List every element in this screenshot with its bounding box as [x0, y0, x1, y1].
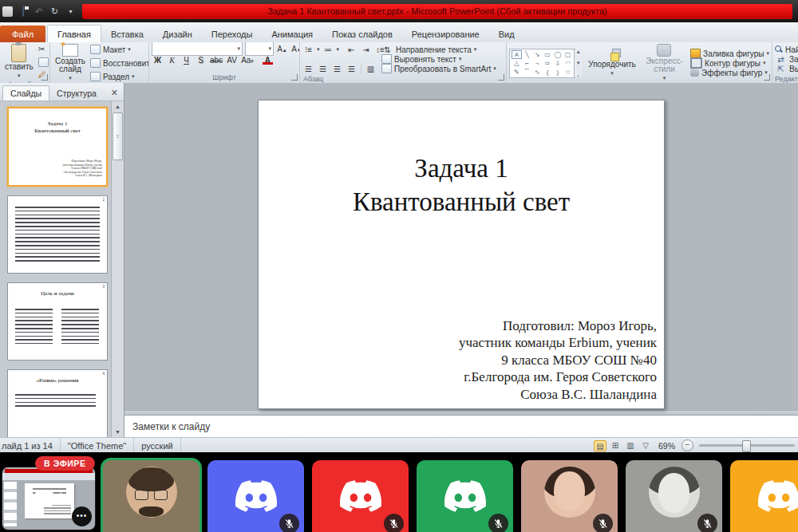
shape-fill-button[interactable]: Заливка фигуры▾	[690, 49, 769, 58]
quick-styles-button[interactable]: Экспресс-стили ▾	[641, 44, 688, 82]
arrange-button[interactable]: Упорядочить ▾	[586, 49, 638, 77]
slide-canvas[interactable]: Задача 1 Квантованный свет Подготовил: М…	[124, 83, 798, 410]
bullets-icon[interactable]: ⁝≡	[302, 45, 314, 54]
scrollbar-thumb[interactable]: ≡	[113, 112, 123, 160]
zoom-out-icon[interactable]: −	[681, 439, 693, 451]
participant-tile[interactable]	[521, 460, 618, 532]
cut-icon[interactable]: ✂	[38, 45, 49, 53]
copy-icon[interactable]	[38, 57, 49, 67]
normal-view-icon[interactable]: ▤	[594, 440, 606, 451]
zoom-level[interactable]: 69%	[654, 441, 679, 451]
text-direction-button[interactable]: ⇅Направление текста▾	[381, 45, 504, 54]
panel-tab-slides[interactable]: Слайды	[2, 85, 49, 100]
qat-dropdown-icon[interactable]: ▾	[65, 6, 77, 18]
participant-tile[interactable]	[626, 460, 722, 532]
decrease-indent-icon[interactable]: ⇤	[346, 45, 358, 54]
align-text-button[interactable]: Выровнять текст▾	[381, 54, 504, 64]
reading-view-icon[interactable]: ▥	[624, 440, 637, 451]
curve-shape-icon[interactable]: ⌒	[522, 68, 532, 77]
arc-shape-icon[interactable]: ◠	[563, 59, 573, 68]
slide-title[interactable]: Задача 1 Квантованный свет	[259, 152, 664, 219]
dialog-launcher-icon[interactable]	[41, 74, 48, 81]
slideshow-view-icon[interactable]: ▽	[639, 440, 652, 451]
right-arrow-shape-icon[interactable]: ⇨	[543, 59, 553, 68]
panel-scrollbar[interactable]: ▲ ≡ ▼	[111, 101, 124, 437]
tab-home[interactable]: Главная	[47, 25, 101, 42]
textbox-shape-icon[interactable]: A	[512, 50, 522, 59]
dialog-launcher-icon[interactable]	[764, 74, 770, 81]
app-icon[interactable]	[2, 6, 13, 17]
screen-share-preview-tile[interactable]: •••	[2, 467, 96, 530]
triangle-shape-icon[interactable]: △	[512, 59, 522, 68]
bold-button[interactable]: Ж	[152, 56, 164, 65]
notes-pane[interactable]: Заметки к слайду	[124, 415, 798, 437]
elbow-arrow-shape-icon[interactable]: ¬	[532, 59, 543, 68]
font-color-button[interactable]: A	[262, 56, 274, 65]
find-button[interactable]: Най	[775, 45, 798, 54]
section-button[interactable]: Раздел▾	[90, 72, 149, 81]
slide-thumbnail-1[interactable]: Задача 1 Квантованный свет Подготовил: М…	[7, 107, 108, 187]
arrow-shape-icon[interactable]: ↘	[532, 50, 543, 59]
oval-shape-icon[interactable]: ◯	[553, 50, 563, 59]
slide-thumbnail-3[interactable]: 3 Цель и задачи	[7, 282, 108, 361]
justify-icon[interactable]: ☰	[346, 65, 358, 73]
scroll-down-icon[interactable]: ▼	[115, 427, 120, 437]
layout-button[interactable]: Макет▾	[90, 45, 149, 54]
tab-review[interactable]: Рецензирование	[402, 26, 489, 42]
participant-tile[interactable]	[103, 460, 200, 532]
elbow-shape-icon[interactable]: ⌐	[522, 59, 532, 68]
zoom-slider-thumb[interactable]	[742, 440, 751, 452]
align-left-icon[interactable]: ☰	[302, 65, 314, 73]
shapes-scroll[interactable]: ▲▼⌄	[574, 49, 582, 77]
shadow-button[interactable]: S	[195, 56, 207, 65]
freeform-shape-icon[interactable]: ✎	[512, 68, 522, 77]
scribble-shape-icon[interactable]: ∿	[532, 68, 543, 77]
italic-button[interactable]: К	[166, 56, 178, 65]
participant-tile[interactable]	[730, 460, 798, 532]
tab-design[interactable]: Дизайн	[153, 26, 202, 42]
align-center-icon[interactable]: ☰	[317, 65, 329, 73]
line-shape-icon[interactable]: ╲	[522, 50, 532, 59]
slide-byline[interactable]: Подготовил: Мороз Игорь, участник команд…	[459, 317, 657, 404]
shape-effects-button[interactable]: Эффекты фигур▾	[690, 68, 769, 77]
save-icon[interactable]	[17, 6, 29, 18]
tab-file[interactable]: Файл	[0, 26, 45, 42]
slide-sorter-view-icon[interactable]: ⊞	[609, 440, 622, 451]
replace-button[interactable]: ⇄Зам	[775, 54, 798, 64]
scroll-up-icon[interactable]: ▲	[115, 101, 120, 112]
new-slide-button[interactable]: Создать слайд ▾	[53, 44, 88, 82]
paste-button[interactable]: ставить ▾	[2, 44, 36, 80]
left-brace-shape-icon[interactable]: {	[543, 68, 553, 77]
strikethrough-button[interactable]: abc	[209, 56, 223, 65]
change-case-button[interactable]: Aa▾	[240, 56, 255, 65]
numbering-icon[interactable]: ≔	[322, 45, 334, 54]
character-spacing-button[interactable]: AV	[226, 56, 238, 65]
dialog-launcher-icon[interactable]	[498, 74, 504, 81]
participant-tile[interactable]	[312, 460, 409, 532]
slide-thumbnail-4[interactable]: 4 «Рамки» решения	[7, 369, 108, 437]
participant-tile[interactable]	[417, 460, 513, 532]
slide[interactable]: Задача 1 Квантованный свет Подготовил: М…	[258, 100, 665, 409]
panel-close-icon[interactable]: ✕	[105, 88, 124, 100]
language-indicator[interactable]: русский	[134, 438, 180, 453]
tab-transitions[interactable]: Переходы	[202, 26, 263, 42]
tab-view[interactable]: Вид	[489, 26, 524, 42]
underline-button[interactable]: Ч	[180, 56, 192, 65]
redo-icon[interactable]: ↻	[49, 6, 61, 18]
rectangle-shape-icon[interactable]: ▭	[543, 50, 553, 59]
select-button[interactable]: ⇱Выд	[775, 64, 798, 73]
tab-slideshow[interactable]: Показ слайдов	[322, 26, 402, 42]
tab-animations[interactable]: Анимация	[262, 26, 322, 42]
grow-font-icon[interactable]: A▲	[276, 45, 288, 53]
reset-button[interactable]: Восстановить	[90, 58, 149, 68]
star-shape-icon[interactable]: ☆	[563, 68, 573, 77]
panel-tab-outline[interactable]: Структура	[49, 86, 104, 100]
down-arrow-shape-icon[interactable]: ⇩	[553, 59, 563, 68]
font-size-combobox[interactable]: ▾	[245, 42, 274, 56]
increase-indent-icon[interactable]: ⇥	[360, 45, 372, 54]
shrink-font-icon[interactable]: A▼	[290, 45, 300, 53]
undo-icon[interactable]: ↶	[33, 6, 45, 18]
more-options-button[interactable]: •••	[72, 506, 92, 526]
tab-insert[interactable]: Вставка	[101, 26, 153, 42]
rounded-rect-shape-icon[interactable]: ▢	[563, 50, 573, 59]
